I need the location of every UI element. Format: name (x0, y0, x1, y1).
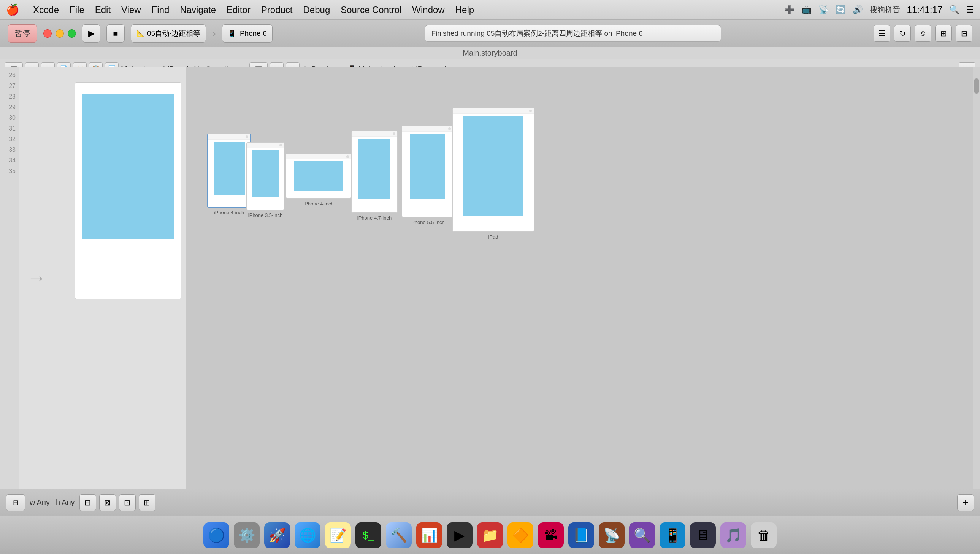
clock: 11:41:17 (907, 5, 942, 15)
preview-iphone47[interactable]: iPhone 4.7-inch (351, 131, 398, 213)
display-icon: 📺 (801, 5, 811, 15)
dock-spotlight[interactable]: 🔍 (629, 522, 655, 548)
view-mode-button[interactable]: ⊟ (6, 494, 25, 511)
w-label: w (30, 498, 35, 507)
close-button[interactable] (43, 29, 52, 38)
maximize-button[interactable] (68, 29, 76, 38)
preview-ipad[interactable]: iPad (452, 108, 534, 232)
phone4-titlebar (208, 134, 250, 140)
dock-launchpad[interactable]: 🚀 (264, 522, 290, 548)
layout-btn-4[interactable]: ⊞ (139, 494, 156, 511)
scheme-icon: 📐 (137, 29, 145, 38)
list-icon[interactable]: ☰ (966, 5, 974, 15)
apple-menu[interactable]: 🍎 (6, 3, 19, 16)
h-any[interactable]: Any (62, 498, 75, 507)
storyboard-editor[interactable]: 26 27 28 29 30 31 32 33 34 35 → (0, 67, 186, 489)
dock-app10[interactable]: 🔶 (508, 522, 533, 548)
run-button[interactable]: ▶ (82, 24, 100, 43)
window-title: Main.storyboard (0, 47, 980, 59)
dock-notes[interactable]: 📝 (325, 522, 351, 548)
minimize-button[interactable] (56, 29, 64, 38)
menu-file[interactable]: File (70, 5, 84, 15)
toolbar-center: Finished running 05自动布局案例2-距离四周边距相等 on i… (278, 25, 867, 42)
assistant-editor-button[interactable]: ⊟ (956, 25, 972, 42)
menu-product[interactable]: Product (261, 5, 293, 15)
ipad-titlebar (453, 109, 534, 114)
stop-button[interactable]: 暂停 (8, 24, 37, 43)
ipad-label: iPad (453, 234, 534, 240)
link-button[interactable]: ⎋ (915, 25, 931, 42)
phone4l-label: iPhone 4-inch (286, 201, 351, 207)
preview-iphone4-landscape[interactable]: iPhone 4-inch (286, 154, 351, 199)
dock-app17[interactable]: 🖥 (690, 522, 716, 548)
device-selector[interactable]: 📱 iPhone 6 (222, 24, 272, 43)
dock-xcode[interactable]: 🔨 (386, 522, 412, 548)
menu-view[interactable]: View (121, 5, 141, 15)
preview-iphone4[interactable]: iPhone 4-inch (207, 134, 251, 208)
scrollbar-thumb[interactable] (974, 78, 979, 94)
w-any[interactable]: Any (37, 498, 49, 507)
split-editor-button[interactable]: ⊞ (935, 25, 952, 42)
line-31: 31 (0, 123, 19, 134)
phone4l-titlebar (286, 154, 351, 160)
status-bar: Finished running 05自动布局案例2-距离四周边距相等 on i… (425, 25, 721, 42)
phone35-blue-rect (252, 150, 278, 198)
phone55-titlebar (402, 126, 453, 132)
menu-navigate[interactable]: Navigate (180, 5, 216, 15)
stop-label: 暂停 (15, 28, 30, 38)
menu-help[interactable]: Help (455, 5, 474, 15)
airplay-icon: 📡 (818, 5, 829, 15)
add-button[interactable]: + (957, 494, 974, 511)
phone35-titlebar (247, 143, 284, 148)
line-34: 34 (0, 155, 19, 166)
dock-trash[interactable]: 🗑 (751, 522, 776, 548)
layout-btn-3[interactable]: ⊡ (119, 494, 136, 511)
dock: 🔵 ⚙️ 🚀 🌐 📝 $_ 🔨 📊 ▶ 📁 🔶 📽 📘 📡 🔍 📱 🖥 🎵 🗑 (0, 516, 980, 554)
stop-build-button[interactable]: ■ (107, 24, 125, 43)
phone47-blue-rect (358, 139, 390, 199)
phone47-titlebar (352, 131, 397, 137)
scrollbar-right[interactable] (973, 67, 980, 489)
input-method[interactable]: 搜狗拼音 (870, 5, 900, 15)
view-mode-icon: ⊟ (13, 498, 19, 507)
scheme-selector[interactable]: 📐 05自动·边距相等 (131, 24, 206, 43)
dock-word[interactable]: 📘 (568, 522, 594, 548)
toolbar-right: ☰ ↻ ⎋ ⊞ ⊟ (873, 25, 972, 42)
menu-find[interactable]: Find (152, 5, 170, 15)
line-30: 30 (0, 113, 19, 123)
refresh-button[interactable]: ↻ (894, 25, 911, 42)
dock-safari[interactable]: 🌐 (294, 522, 320, 548)
menu-editor[interactable]: Editor (227, 5, 250, 15)
line-33: 33 (0, 145, 19, 155)
layout-btn-2[interactable]: ⊠ (99, 494, 116, 511)
dock-finder[interactable]: 🔵 (204, 522, 229, 548)
menu-xcode[interactable]: Xcode (33, 5, 59, 15)
dock-quicktime[interactable]: ▶ (447, 522, 473, 548)
menu-edit[interactable]: Edit (95, 5, 111, 15)
dock-keynote[interactable]: 📽 (538, 522, 564, 548)
line-32: 32 (0, 134, 19, 145)
preview-panel[interactable]: iPhone 4-inch iPhone 3.5-inch iPhone 4-i… (186, 67, 980, 489)
dock-powerpoint[interactable]: 📊 (416, 522, 442, 548)
menu-window[interactable]: Window (412, 5, 444, 15)
dock-instruments[interactable]: 📡 (599, 522, 625, 548)
menu-source-control[interactable]: Source Control (340, 5, 401, 15)
dock-terminal[interactable]: $_ (355, 522, 381, 548)
view-controller-canvas (75, 82, 181, 299)
dock-app18[interactable]: 🎵 (721, 522, 746, 548)
menu-debug[interactable]: Debug (303, 5, 330, 15)
line-29: 29 (0, 102, 19, 113)
dock-system-prefs[interactable]: ⚙️ (234, 522, 259, 548)
dock-app16[interactable]: 📱 (660, 522, 686, 548)
h-label: h (56, 498, 60, 507)
toolbar: 暂停 ▶ ■ 📐 05自动·边距相等 › 📱 iPhone 6 Finished… (0, 20, 980, 47)
preview-iphone55[interactable]: iPhone 5.5-inch (402, 126, 453, 217)
dock-filezilla[interactable]: 📁 (477, 522, 503, 548)
preview-iphone35[interactable]: iPhone 3.5-inch (246, 142, 284, 210)
main-area: 26 27 28 29 30 31 32 33 34 35 → iPhone 4… (0, 67, 980, 489)
search-icon[interactable]: 🔍 (949, 5, 959, 15)
layout-btn-1[interactable]: ⊟ (80, 494, 96, 511)
standard-editor-button[interactable]: ☰ (873, 25, 890, 42)
scheme-name: 05自动·边距相等 (147, 29, 200, 38)
menu-bar: 🍎 Xcode File Edit View Find Navigate Edi… (0, 0, 980, 20)
